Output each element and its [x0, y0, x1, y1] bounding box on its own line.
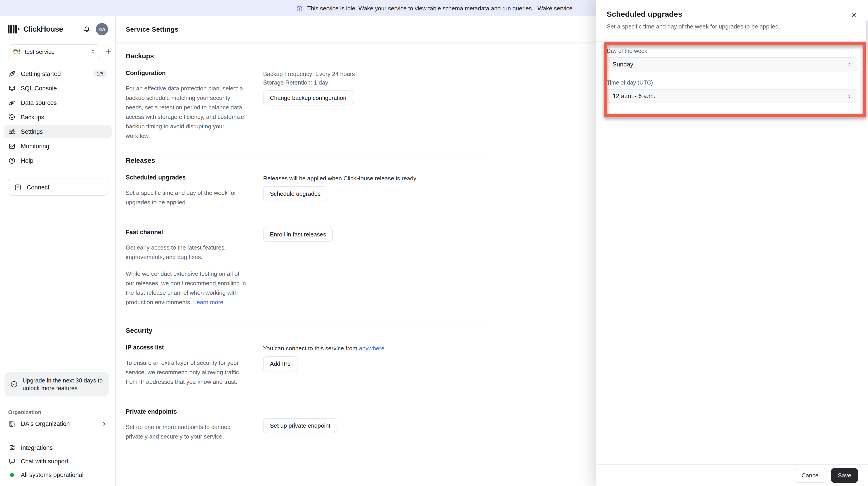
wake-service-link[interactable]: Wake service — [537, 5, 572, 11]
aws-logo: aws — [13, 49, 21, 54]
storage-retention-value: Storage Retention: 1 day — [263, 78, 490, 87]
organization-section-label: Organization — [8, 409, 115, 416]
sidebar-item-label: Backups — [21, 114, 44, 120]
cancel-button[interactable]: Cancel — [795, 468, 827, 483]
upgrade-notice[interactable]: Upgrade in the next 30 days to unlock mo… — [4, 372, 109, 396]
configuration-description: For an effective data protection plan, s… — [126, 84, 246, 141]
sliders-icon — [8, 128, 16, 135]
close-icon[interactable] — [849, 11, 858, 20]
configuration-title: Configuration — [126, 70, 246, 77]
sidebar-item-label: Chat with support — [21, 458, 68, 464]
add-ips-button[interactable]: Add IPs — [263, 356, 297, 371]
status-label: All systems operational — [21, 471, 84, 478]
sidebar-item-integrations[interactable]: Integrations — [8, 441, 107, 454]
ip-access-note: You can connect to this service from any… — [263, 344, 490, 353]
sidebar-item-label: Getting started — [21, 70, 61, 77]
time-of-day-field: Time of day (UTC) 12 a.m. - 6 a.m. — [607, 80, 857, 103]
connect-label: Connect — [27, 184, 50, 190]
avatar[interactable]: DA — [96, 23, 108, 35]
system-status[interactable]: All systems operational — [8, 468, 107, 482]
sidebar-item-label: Monitoring — [21, 143, 49, 149]
schedule-upgrades-button[interactable]: Schedule upgrades — [263, 186, 327, 201]
day-of-week-label: Day of the week — [607, 48, 857, 54]
service-selector-row: aws test service — [8, 44, 108, 59]
sidebar: ClickHouse DA aws test service — [0, 16, 116, 486]
panel-title: Scheduled upgrades — [607, 10, 857, 19]
up-down-chevron-icon — [847, 93, 852, 99]
fast-channel-description-1: Get early access to the latest features,… — [126, 243, 246, 262]
backups-heading: Backups — [126, 52, 490, 60]
brand-name: ClickHouse — [23, 25, 83, 33]
sidebar-footer: Integrations Chat with support All syste… — [0, 435, 115, 486]
private-endpoints-title: Private endpoints — [126, 408, 246, 415]
time-of-day-value: 12 a.m. - 6 a.m. — [613, 93, 655, 99]
fast-channel-row: Fast channel Get early access to the lat… — [126, 229, 490, 307]
orbit-icon — [8, 99, 16, 107]
time-of-day-select[interactable]: 12 a.m. - 6 a.m. — [607, 89, 857, 103]
clickhouse-logo-icon — [8, 25, 19, 33]
history-clock-icon — [8, 113, 16, 121]
ip-access-list-row: IP access list To ensure an extra layer … — [126, 344, 490, 387]
chart-icon — [8, 142, 16, 150]
sidebar-item-label: Settings — [21, 128, 43, 135]
save-button[interactable]: Save — [831, 468, 858, 483]
sidebar-item-backups[interactable]: Backups — [4, 111, 112, 123]
time-of-day-label: Time of day (UTC) — [607, 80, 857, 86]
status-dot-icon — [10, 473, 14, 477]
organization-name: DA's Organization — [21, 420, 70, 427]
panel-header: Scheduled upgrades Set a specific time a… — [596, 0, 868, 41]
sidebar-item-getting-started[interactable]: Getting started 1/5 — [4, 67, 112, 80]
scheduled-upgrades-panel: Scheduled upgrades Set a specific time a… — [596, 0, 868, 486]
app-root: This service is idle. Wake your service … — [0, 0, 868, 486]
add-service-button[interactable] — [104, 46, 112, 57]
enroll-fast-releases-button[interactable]: Enroll in fast releases — [263, 227, 333, 242]
fast-channel-title: Fast channel — [126, 229, 246, 236]
day-of-week-field: Day of the week Sunday — [607, 48, 857, 71]
private-endpoints-row: Private endpoints Set up one or more end… — [126, 408, 490, 441]
sidebar-item-help[interactable]: Help — [4, 154, 112, 167]
puzzle-icon — [8, 444, 16, 451]
sidebar-item-sql-console[interactable]: SQL Console — [4, 82, 112, 94]
service-selector[interactable]: aws test service — [8, 44, 100, 59]
rocket-icon — [8, 70, 16, 78]
sidebar-item-chat-support[interactable]: Chat with support — [8, 454, 107, 468]
sidebar-item-label: Data sources — [21, 99, 57, 106]
sidebar-item-label: Help — [21, 157, 33, 164]
ip-access-note-text: You can connect to this service from — [263, 345, 359, 352]
setup-private-endpoint-button[interactable]: Set up private endpoint — [263, 418, 337, 433]
day-of-week-value: Sunday — [613, 61, 633, 68]
panel-footer: Cancel Save — [596, 464, 868, 486]
bell-icon[interactable] — [83, 25, 91, 33]
scrollbar-thumb[interactable] — [866, 20, 868, 69]
snooze-alarm-icon — [296, 4, 303, 12]
getting-started-progress-badge: 1/5 — [93, 70, 107, 77]
backup-frequency-value: Backup Frequency: Every 24 hours — [263, 70, 490, 78]
wifi-box-icon — [14, 183, 22, 191]
organization-switcher[interactable]: DA's Organization — [8, 420, 107, 428]
scheduled-upgrades-row: Scheduled upgrades Set a specific time a… — [126, 174, 490, 207]
sql-console-icon — [8, 84, 16, 92]
up-down-chevron-icon — [90, 49, 96, 55]
change-backup-configuration-button[interactable]: Change backup configuration — [263, 90, 353, 105]
private-endpoints-description: Set up one or more endpoints to connect … — [126, 422, 246, 441]
ip-access-list-title: IP access list — [126, 344, 246, 351]
banner-text: This service is idle. Wake your service … — [307, 5, 533, 11]
sidebar-item-monitoring[interactable]: Monitoring — [4, 140, 112, 152]
sidebar-item-settings[interactable]: Settings — [4, 125, 112, 138]
chat-bubble-icon — [8, 457, 16, 465]
settings-content: Backups Configuration For an effective d… — [116, 42, 490, 441]
sidebar-item-label: Integrations — [21, 444, 53, 451]
up-down-chevron-icon — [847, 62, 852, 67]
clock-icon — [10, 380, 18, 388]
sidebar-item-data-sources[interactable]: Data sources — [4, 96, 112, 109]
sidebar-nav: Getting started 1/5 SQL Console — [0, 67, 115, 169]
upgrade-notice-text: Upgrade in the next 30 days to unlock mo… — [23, 376, 103, 392]
service-name: test service — [25, 49, 86, 55]
learn-more-link[interactable]: Learn more — [193, 299, 223, 306]
fast-channel-description-2: While we conduct extensive testing on al… — [126, 269, 246, 307]
day-of-week-select[interactable]: Sunday — [607, 57, 857, 71]
building-icon — [8, 420, 16, 428]
anywhere-link[interactable]: anywhere — [359, 345, 384, 352]
releases-note: Releases will be applied when ClickHouse… — [263, 174, 490, 183]
connect-button[interactable]: Connect — [8, 179, 108, 196]
